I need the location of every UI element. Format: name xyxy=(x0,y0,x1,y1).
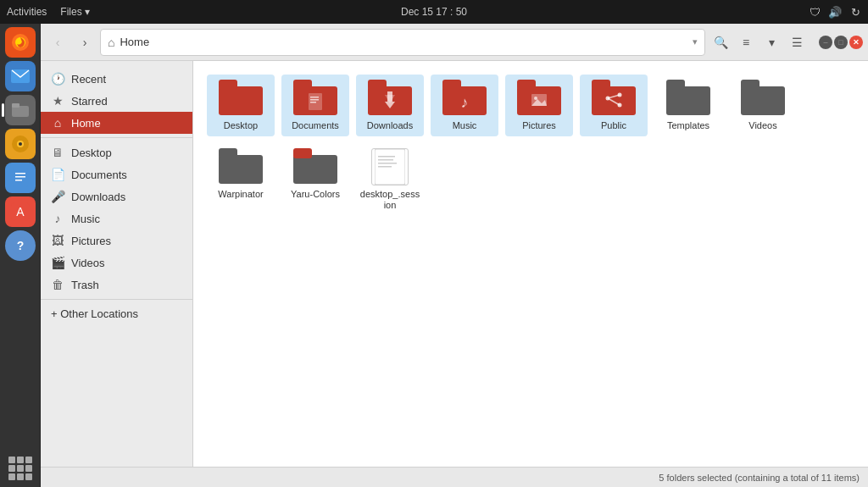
sidebar-item-label: Downloads xyxy=(71,191,125,203)
svg-rect-4 xyxy=(12,103,19,108)
folder-warpinator-icon xyxy=(219,148,263,185)
system-tray-refresh[interactable]: ↻ xyxy=(849,6,861,18)
dock-writer[interactable] xyxy=(5,163,36,193)
sidebar-item-downloads[interactable]: 🎤 Downloads xyxy=(41,185,192,208)
file-label: Warpinator xyxy=(218,189,263,200)
datetime: Dec 15 17 : 50 xyxy=(401,6,467,18)
window-close-button[interactable]: ✕ xyxy=(849,36,863,49)
file-label: Pictures xyxy=(522,120,556,131)
file-desktop-session[interactable]: desktop_.session xyxy=(356,143,424,216)
sidebar-item-trash[interactable]: 🗑 Trash xyxy=(41,274,192,296)
sidebar-item-desktop[interactable]: 🖥 Desktop xyxy=(41,141,192,163)
file-label: Downloads xyxy=(367,120,413,131)
file-public[interactable]: Public xyxy=(580,75,648,136)
view-dropdown-button[interactable]: ▾ xyxy=(760,30,783,54)
sidebar-item-music[interactable]: ♪ Music xyxy=(41,208,192,230)
forward-button[interactable]: › xyxy=(73,30,97,54)
svg-rect-53 xyxy=(378,156,395,158)
file-label: Yaru-Colors xyxy=(291,189,340,200)
sidebar-item-pictures[interactable]: 🖼 Pictures xyxy=(41,230,192,252)
search-button[interactable]: 🔍 xyxy=(709,30,732,54)
content-area: 🕐 Recent ★ Starred ⌂ Home 🖥 Desktop � xyxy=(41,61,868,467)
system-tray-volume[interactable]: 🔊 xyxy=(829,6,841,18)
svg-rect-17 xyxy=(219,80,237,90)
trash-icon: 🗑 xyxy=(51,278,64,291)
sidebar-item-label: Home xyxy=(71,117,101,130)
file-desktop[interactable]: Desktop xyxy=(207,75,275,136)
file-documents[interactable]: Documents xyxy=(281,75,349,136)
sidebar-item-starred[interactable]: ★ Starred xyxy=(41,90,192,112)
view-list-button[interactable]: ≡ xyxy=(734,30,758,54)
svg-text:?: ? xyxy=(16,239,24,252)
app-menu[interactable]: Files ▾ xyxy=(60,6,90,18)
svg-rect-49 xyxy=(219,148,237,158)
file-label: Templates xyxy=(667,120,709,131)
sidebar-item-documents[interactable]: 📄 Documents xyxy=(41,163,192,185)
desktop-icon: 🖥 xyxy=(51,146,64,159)
file-videos[interactable]: Videos xyxy=(729,75,797,136)
window-minimize-button[interactable]: – xyxy=(819,36,832,49)
folder-music-icon: ♪ xyxy=(442,80,487,117)
folder-desktop-icon xyxy=(219,80,263,117)
menu-button[interactable]: ☰ xyxy=(785,30,809,54)
file-templates[interactable]: Templates xyxy=(654,75,722,136)
dock-help[interactable]: ? xyxy=(5,230,36,261)
svg-text:♪: ♪ xyxy=(461,94,469,111)
svg-rect-54 xyxy=(378,159,393,161)
file-label: desktop_.session xyxy=(359,189,420,211)
folder-pictures-icon xyxy=(517,80,561,117)
dock-files[interactable] xyxy=(5,95,36,125)
folder-videos-icon xyxy=(741,80,785,117)
file-music[interactable]: ♪ Music xyxy=(431,75,498,136)
file-label: Desktop xyxy=(224,120,258,131)
sidebar-other-locations[interactable]: + Other Locations xyxy=(41,303,192,324)
sidebar-item-label: Pictures xyxy=(71,235,111,247)
dock-app-grid[interactable] xyxy=(5,453,36,484)
dock-email[interactable] xyxy=(5,61,36,91)
other-locations-label: + Other Locations xyxy=(51,307,138,320)
folder-yaru-icon xyxy=(293,148,337,185)
svg-rect-50 xyxy=(293,155,337,184)
svg-rect-51 xyxy=(293,148,312,158)
window-maximize-button[interactable]: □ xyxy=(834,36,848,49)
file-label: Music xyxy=(453,120,477,131)
sidebar-item-recent[interactable]: 🕐 Recent xyxy=(41,68,192,90)
file-manager: ‹ › ⌂ Home ▾ 🔍 ≡ ▾ ☰ – □ ✕ xyxy=(41,24,868,487)
dock-appstore[interactable]: A xyxy=(5,196,36,227)
location-text: Home xyxy=(120,36,687,48)
toolbar: ‹ › ⌂ Home ▾ 🔍 ≡ ▾ ☰ – □ ✕ xyxy=(41,24,868,61)
sidebar-item-home[interactable]: ⌂ Home xyxy=(41,112,192,134)
svg-rect-16 xyxy=(219,86,263,115)
sidebar-item-label: Videos xyxy=(71,257,105,269)
sidebar-item-label: Trash xyxy=(71,279,99,291)
svg-rect-55 xyxy=(378,163,397,164)
sidebar-item-label: Starred xyxy=(71,95,108,108)
file-pictures[interactable]: Pictures xyxy=(505,75,573,136)
svg-rect-19 xyxy=(293,80,312,90)
file-yaru-colors[interactable]: Yaru-Colors xyxy=(281,143,349,216)
activities-button[interactable]: Activities xyxy=(7,6,47,18)
file-warpinator[interactable]: Warpinator xyxy=(207,143,275,216)
sidebar-item-videos[interactable]: 🎬 Videos xyxy=(41,252,192,274)
sidebar-item-label: Music xyxy=(71,213,100,225)
sidebar-item-label: Documents xyxy=(71,169,127,181)
file-label: Videos xyxy=(748,120,776,131)
file-label: Public xyxy=(601,120,626,131)
file-label: Documents xyxy=(292,120,339,131)
svg-rect-44 xyxy=(666,86,710,115)
svg-rect-56 xyxy=(378,166,392,168)
system-tray-shield: 🛡 xyxy=(809,6,821,18)
back-button[interactable]: ‹ xyxy=(46,30,70,54)
sidebar-item-label: Desktop xyxy=(71,147,112,159)
location-bar[interactable]: ⌂ Home ▾ xyxy=(100,29,705,56)
location-chevron-icon: ▾ xyxy=(693,36,698,47)
svg-rect-25 xyxy=(368,80,387,90)
dock-music[interactable] xyxy=(5,129,36,159)
svg-rect-9 xyxy=(15,173,25,174)
svg-rect-27 xyxy=(387,91,392,102)
svg-rect-45 xyxy=(666,80,685,90)
file-downloads[interactable]: Downloads xyxy=(356,75,424,136)
folder-templates-icon xyxy=(666,80,710,117)
dock-firefox[interactable] xyxy=(5,27,36,58)
svg-rect-48 xyxy=(219,155,263,184)
